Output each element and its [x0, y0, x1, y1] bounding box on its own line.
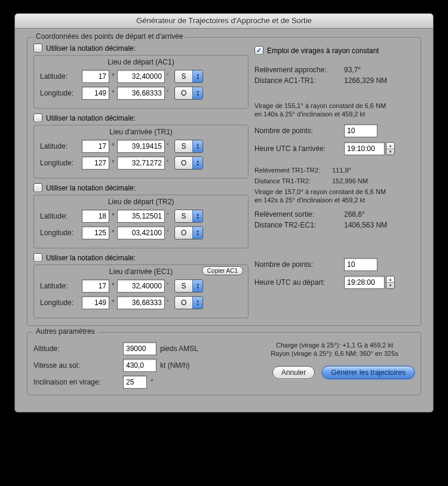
tr2-lat-min-input[interactable] — [117, 210, 165, 223]
tr1-lat-deg-input[interactable] — [82, 140, 109, 153]
tr2-title: Lieu de départ (TR2) — [34, 198, 248, 206]
tr1-lon-hemi-select[interactable]: O ▲▼ — [174, 156, 203, 170]
utc-arr-input[interactable] — [344, 142, 385, 155]
bank-unit: ° — [151, 378, 154, 386]
ac1-lon-min-input[interactable] — [117, 87, 165, 100]
ec1-box: Lieu d'arrivée (EC1) Copier AC1 Latitude… — [33, 264, 248, 318]
turn1-info-line1: Virage de 155,1° à rayon constant de 6,6… — [254, 101, 415, 110]
cancel-button[interactable]: Annuler — [272, 366, 315, 379]
npoints1-input[interactable] — [344, 124, 378, 137]
dist-tr2ec1-value: 1406,563 NM — [344, 221, 387, 229]
ac1-box: Lieu de départ (AC1) Latitude: ° ' S ▲▼ — [33, 55, 248, 109]
params-legend: Autres paramètres — [33, 327, 97, 336]
decimal-checkbox-tr1[interactable] — [33, 113, 42, 122]
client-area: Coordonnées des points de départ et d'ar… — [15, 29, 433, 412]
dist-ac1tr1-label: Distance AC1-TR1: — [254, 76, 344, 85]
ec1-lat-min-input[interactable] — [117, 279, 165, 293]
coords-legend: Coordonnées des points de départ et d'ar… — [33, 32, 185, 41]
rel-tr1tr2-label: Relèvement TR1-TR2: — [254, 166, 332, 174]
decimal-checkbox-ec1[interactable] — [33, 253, 42, 262]
alt-unit: pieds AMSL — [160, 344, 198, 353]
params-fieldset: Autres paramètres Altitude: pieds AMSL V… — [27, 332, 421, 395]
decimal-label-tr2: Utiliser la notation décimale: — [46, 184, 136, 192]
tr1-lon-min-input[interactable] — [117, 156, 165, 170]
tr1-lon-deg-input[interactable] — [82, 156, 109, 170]
utc-dep-input[interactable] — [344, 276, 385, 289]
dist-tr1tr2-value: 152,996 NM — [332, 177, 368, 185]
chevrons-icon: ▲▼ — [192, 280, 202, 292]
radius-info: Rayon (virage à 25°): 6,6 NM; 360° en 32… — [254, 349, 415, 358]
ac1-lat-deg-input[interactable] — [82, 70, 109, 83]
dist-ac1tr1-value: 1266,329 NM — [344, 76, 387, 85]
constant-radius-checkbox[interactable] — [254, 46, 263, 55]
dialog-window: Générateur de Trajectoires d'Approche et… — [14, 13, 434, 413]
ac1-lat-min-input[interactable] — [117, 70, 165, 83]
tr1-lon-label: Longitude: — [40, 159, 82, 167]
ec1-lon-hemi-select[interactable]: O ▲▼ — [174, 296, 203, 309]
load-info: Charge (virage à 25°): +1,1 G à 459,2 kt — [254, 341, 415, 349]
bank-input[interactable] — [123, 376, 147, 389]
bank-label: Inclinaison en virage: — [33, 378, 123, 386]
constant-radius-label: Emploi de virages à rayon constant — [267, 47, 379, 55]
tr1-title: Lieu d'arrivée (TR1) — [34, 128, 248, 136]
decimal-label-ac1: Utiliser la notation décimale: — [46, 44, 136, 53]
ec1-lon-deg-input[interactable] — [82, 296, 109, 309]
turn2-info-line2: en 142s à 25° d'inclinaison et 459,2 kt — [254, 196, 415, 204]
utc-dep-stepper[interactable]: ▲▼ — [386, 276, 395, 289]
ac1-lat-label: Latitude: — [40, 72, 82, 81]
ac1-lon-label: Longitude: — [40, 89, 82, 97]
dist-tr1tr2-label: Distance TR1-TR2: — [254, 177, 332, 185]
ac1-lat-hemi-select[interactable]: S ▲▼ — [174, 70, 203, 83]
window-title: Générateur de Trajectoires d'Approche et… — [15, 14, 433, 29]
npoints2-label: Nombre de points: — [254, 260, 344, 269]
ac1-lon-hemi-select[interactable]: O ▲▼ — [174, 87, 203, 100]
tr1-lat-hemi-select[interactable]: S ▲▼ — [174, 140, 203, 153]
tr2-lon-label: Longitude: — [40, 229, 82, 237]
ec1-lat-deg-input[interactable] — [82, 279, 109, 293]
ec1-lat-hemi-select[interactable]: S ▲▼ — [174, 279, 203, 293]
decimal-label-tr1: Utiliser la notation décimale: — [46, 114, 136, 122]
appr-bearing-value: 93,7° — [344, 66, 361, 74]
tr2-lon-min-input[interactable] — [117, 226, 165, 239]
tr2-lat-hemi-select[interactable]: S ▲▼ — [174, 210, 203, 223]
generate-button[interactable]: Générer les trajectoires — [322, 366, 415, 379]
decimal-checkbox-ac1[interactable] — [33, 44, 42, 53]
ec1-lon-label: Longitude: — [40, 299, 82, 307]
rel-sortie-value: 268,6° — [344, 210, 365, 219]
alt-input[interactable] — [123, 342, 157, 355]
turn1-info-line2: en 140s à 25° d'inclinaison et 459,2 kt — [254, 110, 415, 118]
tr1-lat-min-input[interactable] — [117, 140, 165, 153]
chevrons-icon: ▲▼ — [192, 210, 202, 222]
turn2-info-line1: Virage de 157,0° à rayon constant de 6,6… — [254, 187, 415, 196]
ac1-lon-deg-input[interactable] — [82, 87, 109, 100]
ec1-lon-min-input[interactable] — [117, 296, 165, 309]
decimal-checkbox-tr2[interactable] — [33, 183, 42, 192]
gs-input[interactable] — [123, 359, 157, 372]
alt-label: Altitude: — [33, 344, 123, 353]
chevrons-icon: ▲▼ — [192, 227, 202, 239]
copy-ac1-button[interactable]: Copier AC1 — [202, 266, 243, 275]
rel-tr1tr2-value: 111,8° — [332, 166, 351, 174]
tr2-lon-deg-input[interactable] — [82, 226, 109, 239]
appr-bearing-label: Relèvement approche: — [254, 66, 344, 74]
tr1-lat-label: Latitude: — [40, 142, 82, 150]
chevrons-icon: ▲▼ — [192, 87, 202, 99]
chevrons-icon: ▲▼ — [192, 157, 202, 169]
tr2-lon-hemi-select[interactable]: O ▲▼ — [174, 226, 203, 239]
ac1-title: Lieu de départ (AC1) — [34, 58, 248, 66]
tr2-lat-label: Latitude: — [40, 212, 82, 220]
chevrons-icon: ▲▼ — [192, 70, 202, 82]
decimal-label-ec1: Utiliser la notation décimale: — [46, 254, 136, 262]
ec1-lat-label: Latitude: — [40, 282, 82, 290]
npoints1-label: Nombre de points: — [254, 127, 344, 135]
utc-arr-stepper[interactable]: ▲▼ — [386, 142, 395, 155]
tr1-box: Lieu d'arrivée (TR1) Latitude: ° ' S ▲▼ — [33, 125, 248, 179]
gs-label: Vitesse au sol: — [33, 361, 123, 370]
npoints2-input[interactable] — [344, 258, 378, 271]
utc-arr-label: Heure UTC à l'arrivée: — [254, 144, 344, 153]
chevrons-icon: ▲▼ — [192, 297, 202, 309]
tr2-box: Lieu de départ (TR2) Latitude: ° ' S ▲▼ — [33, 195, 248, 248]
tr2-lat-deg-input[interactable] — [82, 210, 109, 223]
gs-unit: kt (NM/h) — [160, 361, 189, 370]
utc-dep-label: Heure UTC au départ: — [254, 278, 344, 287]
